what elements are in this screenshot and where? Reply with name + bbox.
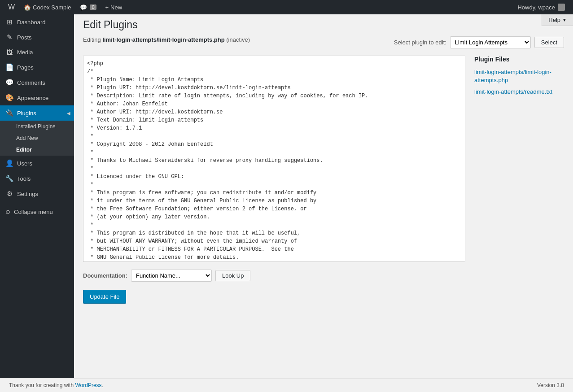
help-button[interactable]: Help ▼ <box>542 14 573 26</box>
submenu-installed-plugins[interactable]: Installed Plugins <box>0 121 74 132</box>
help-label: Help <box>548 17 560 23</box>
inactive-badge: (inactive) <box>226 36 250 43</box>
footer: Thank you for creating with WordPress. V… <box>0 378 573 392</box>
collapse-label: Collapse menu <box>14 209 53 215</box>
tools-icon: 🔧 <box>5 174 13 183</box>
comment-icon: 💬 <box>80 4 87 11</box>
sidebar-item-media[interactable]: 🖼 Media <box>0 45 74 60</box>
plugin-file-link-2[interactable]: limit-login-attempts/readme.txt <box>474 88 564 96</box>
comments-icon: 💬 <box>5 78 13 87</box>
comments-link[interactable]: 💬 0 <box>75 0 101 14</box>
sidebar-item-label: Tools <box>17 175 31 182</box>
submenu-add-new[interactable]: Add New <box>0 132 74 144</box>
wp-body: Edit Plugins Editing limit-login-attempt… <box>74 14 573 378</box>
plugins-icon: 🔌 <box>5 109 13 117</box>
avatar <box>558 4 565 11</box>
dashboard-icon: ⊞ <box>5 18 13 26</box>
sidebar-item-label: Dashboard <box>17 19 46 26</box>
sidebar-item-label: Media <box>17 49 33 56</box>
collapse-menu[interactable]: ⊙ Collapse menu <box>0 205 74 219</box>
plus-icon: + <box>105 4 109 11</box>
appearance-icon: 🎨 <box>5 94 13 102</box>
wp-logo[interactable]: W <box>4 0 19 14</box>
sidebar: ⊞ Dashboard ✎ Posts 🖼 Media 📄 Pages 💬 Co… <box>0 14 74 378</box>
select-plugin-row: Select plugin to edit: Limit Login Attem… <box>394 36 564 48</box>
editor-main: Documentation: Function Name... Look Up … <box>83 56 465 304</box>
editing-file: limit-login-attempts/limit-login-attempt… <box>102 36 224 43</box>
users-icon: 👤 <box>5 159 13 167</box>
doc-select[interactable]: Function Name... <box>131 270 212 282</box>
pages-icon: 📄 <box>5 63 13 71</box>
sidebar-item-posts[interactable]: ✎ Posts <box>0 30 74 45</box>
collapse-icon: ⊙ <box>5 209 10 215</box>
help-area: Help ▼ <box>542 14 573 26</box>
sidebar-item-settings[interactable]: ⚙ Settings <box>0 186 74 201</box>
sidebar-item-users[interactable]: 👤 Users <box>0 156 74 171</box>
code-editor[interactable] <box>83 56 465 262</box>
wordpress-link[interactable]: WordPress <box>75 382 101 388</box>
footer-left: Thank you for creating with WordPress. <box>9 382 103 388</box>
sidebar-item-label: Users <box>17 160 32 167</box>
page-header: Edit Plugins <box>83 19 564 31</box>
select-button[interactable]: Select <box>534 37 564 48</box>
admin-bar: W 🏠 Codex Sample 💬 0 + New Howdy, wpace <box>0 0 573 14</box>
sidebar-item-label: Plugins <box>17 110 36 117</box>
sidebar-item-label: Settings <box>17 191 38 197</box>
plugin-files-panel: Plugin Files limit-login-attempts/limit-… <box>474 56 564 304</box>
footer-version: Version 3.8 <box>537 382 564 388</box>
sidebar-item-label: Comments <box>17 79 45 86</box>
editing-line: Editing limit-login-attempts/limit-login… <box>83 36 250 43</box>
new-content-link[interactable]: + New <box>101 0 127 14</box>
chevron-down-icon: ▼ <box>562 17 567 22</box>
wp-icon: W <box>8 3 15 11</box>
editor-wrap: Documentation: Function Name... Look Up … <box>83 56 564 304</box>
select-plugin-label: Select plugin to edit: <box>394 39 446 46</box>
sidebar-item-label: Posts <box>17 34 32 41</box>
sidebar-item-tools[interactable]: 🔧 Tools <box>0 171 74 186</box>
site-name-text: Codex Sample <box>33 4 71 11</box>
sidebar-item-plugins[interactable]: 🔌 Plugins ◀ <box>0 105 74 121</box>
footer-text: Thank you for creating with <box>9 382 74 388</box>
plugins-submenu: Installed Plugins Add New Editor <box>0 121 74 156</box>
sidebar-item-appearance[interactable]: 🎨 Appearance <box>0 90 74 105</box>
plugin-select[interactable]: Limit Login Attempts <box>450 36 531 48</box>
sidebar-item-label: Appearance <box>17 95 48 101</box>
sidebar-item-dashboard[interactable]: ⊞ Dashboard <box>0 14 74 30</box>
media-icon: 🖼 <box>5 48 13 56</box>
plugin-file-link-1[interactable]: limit-login-attempts/limit-login-attempt… <box>474 68 564 84</box>
page-title: Edit Plugins <box>83 19 137 31</box>
howdy-text: Howdy, wpace <box>513 4 569 11</box>
wp-body-content: Edit Plugins Editing limit-login-attempt… <box>74 14 573 313</box>
sidebar-item-label: Pages <box>17 64 34 71</box>
site-name-icon: 🏠 <box>24 4 31 11</box>
posts-icon: ✎ <box>5 33 13 41</box>
plugin-files-title: Plugin Files <box>474 56 564 63</box>
sidebar-item-pages[interactable]: 📄 Pages <box>0 60 74 75</box>
site-name-link[interactable]: 🏠 Codex Sample <box>19 0 75 14</box>
update-file-button[interactable]: Update File <box>83 290 126 304</box>
submenu-editor[interactable]: Editor <box>0 144 74 156</box>
lookup-button[interactable]: Look Up <box>215 270 250 281</box>
comments-count: 0 <box>90 4 96 10</box>
sidebar-item-comments[interactable]: 💬 Comments <box>0 75 74 90</box>
new-label: New <box>110 4 122 11</box>
chevron-right-icon: ◀ <box>67 111 70 116</box>
doc-row: Documentation: Function Name... Look Up <box>83 270 465 282</box>
doc-label: Documentation: <box>83 272 127 279</box>
settings-icon: ⚙ <box>5 190 13 198</box>
editing-prefix: Editing <box>83 36 101 43</box>
